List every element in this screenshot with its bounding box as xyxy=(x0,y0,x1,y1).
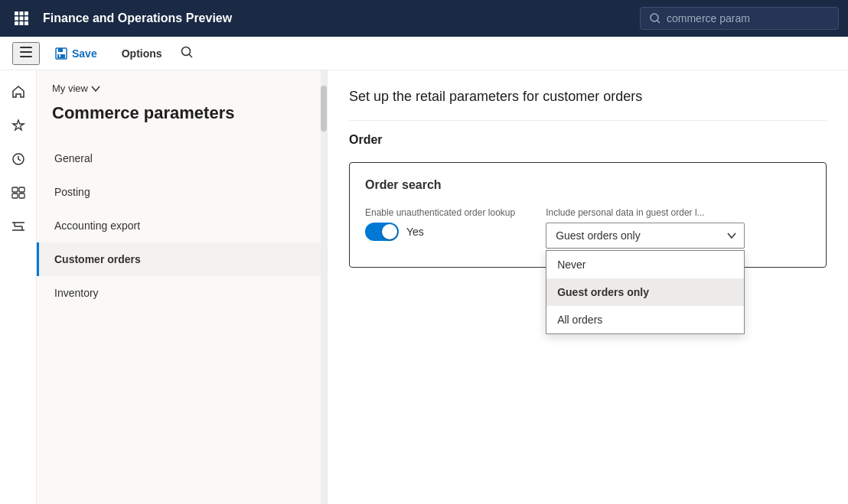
svg-rect-4 xyxy=(20,17,24,21)
dropdown-menu: Never Guest orders only All orders xyxy=(546,250,745,334)
nav-header: My view xyxy=(37,70,327,103)
sidebar-icon-favorites[interactable] xyxy=(3,110,34,141)
enable-lookup-toggle[interactable] xyxy=(365,223,399,241)
include-personal-data-label: Include personal data in guest order l..… xyxy=(546,207,745,218)
content-area: Set up the retail parameters for custome… xyxy=(328,70,848,504)
dropdown-chevron-icon xyxy=(727,230,736,241)
save-icon xyxy=(55,47,67,60)
svg-rect-3 xyxy=(15,17,18,21)
order-search-title: Order search xyxy=(365,178,810,192)
page-title: Commerce parameters xyxy=(37,103,327,135)
enable-lookup-field: Enable unauthenticated order lookup Yes xyxy=(365,207,515,241)
save-button[interactable]: Save xyxy=(46,43,106,64)
dropdown-option-never[interactable]: Never xyxy=(546,251,744,278)
include-personal-data-dropdown[interactable]: Guest orders only xyxy=(546,223,745,249)
my-view-chevron xyxy=(91,86,100,92)
section-title: Set up the retail parameters for custome… xyxy=(349,89,827,105)
sidebar-item-general[interactable]: General xyxy=(37,141,327,175)
svg-rect-13 xyxy=(20,56,32,57)
svg-rect-8 xyxy=(24,21,28,25)
nav-panel: My view Commerce parameters General Post… xyxy=(37,70,328,504)
svg-point-18 xyxy=(181,47,190,55)
global-search-text: commerce param xyxy=(667,12,750,24)
svg-rect-22 xyxy=(19,187,24,192)
section-divider xyxy=(349,120,827,121)
options-button[interactable]: Options xyxy=(113,43,171,64)
enable-lookup-label: Enable unauthenticated order lookup xyxy=(365,207,515,218)
sidebar-item-inventory[interactable]: Inventory xyxy=(37,276,327,310)
svg-rect-24 xyxy=(19,193,24,198)
app-title: Finance and Operations Preview xyxy=(43,11,631,25)
svg-rect-23 xyxy=(12,193,18,198)
svg-rect-7 xyxy=(20,21,24,25)
sidebar-icon-workspaces[interactable] xyxy=(3,177,34,208)
sidebar-icon-recent[interactable] xyxy=(3,144,34,174)
sidebar-item-posting[interactable]: Posting xyxy=(37,175,327,209)
order-heading: Order xyxy=(349,133,827,147)
scrollbar-thumb xyxy=(321,86,327,132)
svg-line-19 xyxy=(189,54,192,57)
svg-rect-5 xyxy=(24,17,28,21)
sidebar-icons xyxy=(0,70,37,504)
enable-lookup-value-row: Yes xyxy=(365,223,515,241)
include-personal-data-field: Include personal data in guest order l..… xyxy=(546,207,745,249)
scrollbar-track[interactable] xyxy=(321,70,327,504)
svg-line-10 xyxy=(657,21,660,23)
fields-row: Enable unauthenticated order lookup Yes … xyxy=(365,207,810,249)
nav-items: General Posting Accounting export Custom… xyxy=(37,135,327,316)
sidebar-icon-modules[interactable] xyxy=(3,211,34,242)
app-grid-icon[interactable] xyxy=(9,6,34,31)
command-bar: Save Options xyxy=(0,37,848,70)
svg-rect-17 xyxy=(59,54,60,57)
main-layout: My view Commerce parameters General Post… xyxy=(0,70,848,504)
svg-rect-12 xyxy=(20,51,32,53)
dropdown-selected-value: Guest orders only xyxy=(556,229,641,242)
order-search-box: Order search Enable unauthenticated orde… xyxy=(349,162,827,268)
global-search-bar[interactable]: commerce param xyxy=(640,7,839,30)
svg-rect-1 xyxy=(20,11,24,15)
dropdown-option-all-orders[interactable]: All orders xyxy=(546,306,744,333)
svg-point-9 xyxy=(651,14,658,21)
svg-rect-16 xyxy=(57,54,65,58)
top-navigation: Finance and Operations Preview commerce … xyxy=(0,0,848,37)
toggle-value-label: Yes xyxy=(406,226,424,238)
my-view-selector[interactable]: My view xyxy=(52,83,311,94)
svg-rect-21 xyxy=(12,187,18,192)
svg-rect-11 xyxy=(20,47,32,48)
include-personal-data-dropdown-container: Guest orders only Never xyxy=(546,223,745,249)
svg-rect-0 xyxy=(15,11,18,15)
svg-rect-2 xyxy=(24,11,28,15)
svg-rect-15 xyxy=(58,48,63,52)
sidebar-item-customer-orders[interactable]: Customer orders xyxy=(37,242,327,276)
dropdown-option-guest-orders-only[interactable]: Guest orders only xyxy=(546,278,744,306)
hamburger-button[interactable] xyxy=(12,42,40,65)
toggle-thumb xyxy=(382,224,397,239)
search-icon[interactable] xyxy=(178,43,196,64)
svg-rect-6 xyxy=(15,21,18,25)
sidebar-item-accounting-export[interactable]: Accounting export xyxy=(37,209,327,242)
sidebar-icon-home[interactable] xyxy=(3,76,34,107)
